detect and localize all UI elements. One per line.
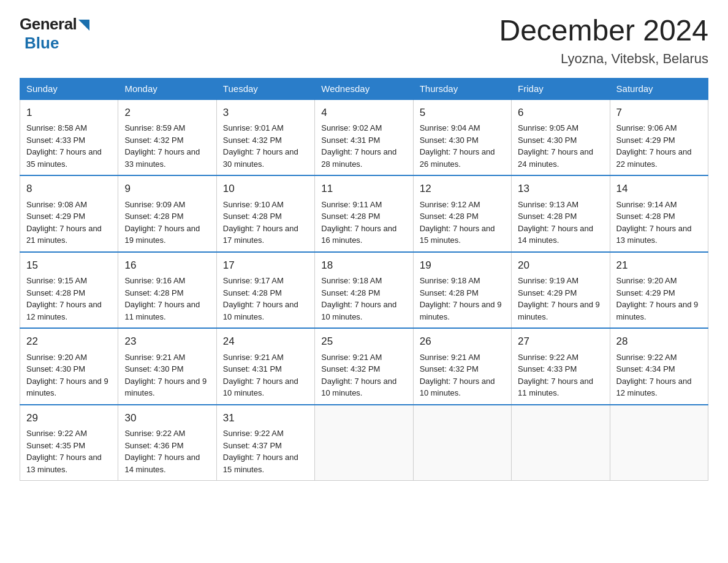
day-sun-info: Sunrise: 9:16 AMSunset: 4:28 PMDaylight:… <box>124 276 200 321</box>
col-header-thursday: Thursday <box>413 78 511 99</box>
day-sun-info: Sunrise: 9:09 AMSunset: 4:28 PMDaylight:… <box>124 200 200 245</box>
calendar-cell: 26Sunrise: 9:21 AMSunset: 4:32 PMDayligh… <box>413 328 511 405</box>
calendar-cell <box>315 405 413 481</box>
logo: General Blue <box>20 15 89 53</box>
calendar-cell: 9Sunrise: 9:09 AMSunset: 4:28 PMDaylight… <box>118 175 216 252</box>
calendar-cell: 16Sunrise: 9:16 AMSunset: 4:28 PMDayligh… <box>118 252 216 329</box>
day-sun-info: Sunrise: 9:21 AMSunset: 4:31 PMDaylight:… <box>223 353 298 398</box>
calendar-cell: 17Sunrise: 9:17 AMSunset: 4:28 PMDayligh… <box>216 252 314 329</box>
day-number: 4 <box>321 105 406 121</box>
day-number: 27 <box>518 334 603 350</box>
day-number: 24 <box>223 334 308 350</box>
svg-marker-0 <box>78 20 89 31</box>
day-number: 28 <box>616 334 702 350</box>
day-number: 17 <box>223 258 308 274</box>
day-sun-info: Sunrise: 8:59 AMSunset: 4:32 PMDaylight:… <box>124 123 200 169</box>
day-number: 26 <box>420 334 505 350</box>
calendar-cell: 18Sunrise: 9:18 AMSunset: 4:28 PMDayligh… <box>315 252 413 329</box>
calendar-cell: 8Sunrise: 9:08 AMSunset: 4:29 PMDaylight… <box>20 175 118 252</box>
calendar-cell: 25Sunrise: 9:21 AMSunset: 4:32 PMDayligh… <box>315 328 413 405</box>
day-number: 3 <box>223 105 308 121</box>
day-sun-info: Sunrise: 9:14 AMSunset: 4:28 PMDaylight:… <box>616 200 692 245</box>
calendar-week-row: 15Sunrise: 9:15 AMSunset: 4:28 PMDayligh… <box>20 252 708 329</box>
day-number: 8 <box>26 181 112 197</box>
calendar-cell: 12Sunrise: 9:12 AMSunset: 4:28 PMDayligh… <box>413 175 511 252</box>
day-sun-info: Sunrise: 9:20 AMSunset: 4:29 PMDaylight:… <box>616 276 699 321</box>
calendar-cell: 23Sunrise: 9:21 AMSunset: 4:30 PMDayligh… <box>118 328 216 405</box>
day-number: 20 <box>518 258 603 274</box>
calendar-cell: 5Sunrise: 9:04 AMSunset: 4:30 PMDaylight… <box>413 99 511 176</box>
day-number: 15 <box>26 258 112 274</box>
calendar-cell: 1Sunrise: 8:58 AMSunset: 4:33 PMDaylight… <box>20 99 118 176</box>
day-sun-info: Sunrise: 9:21 AMSunset: 4:32 PMDaylight:… <box>420 353 495 398</box>
calendar-cell: 19Sunrise: 9:18 AMSunset: 4:28 PMDayligh… <box>413 252 511 329</box>
day-sun-info: Sunrise: 9:17 AMSunset: 4:28 PMDaylight:… <box>223 276 298 321</box>
day-sun-info: Sunrise: 8:58 AMSunset: 4:33 PMDaylight:… <box>26 123 102 169</box>
day-number: 19 <box>420 258 505 274</box>
calendar-cell: 29Sunrise: 9:22 AMSunset: 4:35 PMDayligh… <box>20 405 118 481</box>
col-header-sunday: Sunday <box>20 78 118 99</box>
calendar-cell: 21Sunrise: 9:20 AMSunset: 4:29 PMDayligh… <box>610 252 708 329</box>
day-sun-info: Sunrise: 9:22 AMSunset: 4:37 PMDaylight:… <box>223 429 298 474</box>
day-sun-info: Sunrise: 9:18 AMSunset: 4:28 PMDaylight:… <box>420 276 502 321</box>
day-number: 25 <box>321 334 406 350</box>
day-number: 1 <box>26 105 112 121</box>
calendar-cell: 31Sunrise: 9:22 AMSunset: 4:37 PMDayligh… <box>216 405 314 481</box>
day-sun-info: Sunrise: 9:18 AMSunset: 4:28 PMDaylight:… <box>321 276 396 321</box>
day-number: 11 <box>321 181 406 197</box>
col-header-saturday: Saturday <box>610 78 708 99</box>
calendar-cell: 10Sunrise: 9:10 AMSunset: 4:28 PMDayligh… <box>216 175 314 252</box>
calendar-cell: 22Sunrise: 9:20 AMSunset: 4:30 PMDayligh… <box>20 328 118 405</box>
day-number: 18 <box>321 258 406 274</box>
day-sun-info: Sunrise: 9:12 AMSunset: 4:28 PMDaylight:… <box>420 200 495 245</box>
day-sun-info: Sunrise: 9:20 AMSunset: 4:30 PMDaylight:… <box>26 353 108 398</box>
day-number: 16 <box>124 258 210 274</box>
day-number: 10 <box>223 181 308 197</box>
calendar-cell: 11Sunrise: 9:11 AMSunset: 4:28 PMDayligh… <box>315 175 413 252</box>
day-sun-info: Sunrise: 9:06 AMSunset: 4:29 PMDaylight:… <box>616 123 692 169</box>
day-sun-info: Sunrise: 9:21 AMSunset: 4:32 PMDaylight:… <box>321 353 396 398</box>
day-sun-info: Sunrise: 9:13 AMSunset: 4:28 PMDaylight:… <box>518 200 593 245</box>
day-sun-info: Sunrise: 9:04 AMSunset: 4:30 PMDaylight:… <box>420 123 495 169</box>
day-sun-info: Sunrise: 9:15 AMSunset: 4:28 PMDaylight:… <box>26 276 102 321</box>
calendar-table: SundayMondayTuesdayWednesdayThursdayFrid… <box>20 78 708 481</box>
calendar-cell: 3Sunrise: 9:01 AMSunset: 4:32 PMDaylight… <box>216 99 314 176</box>
calendar-week-row: 29Sunrise: 9:22 AMSunset: 4:35 PMDayligh… <box>20 405 708 481</box>
day-number: 9 <box>124 181 210 197</box>
month-year-title: December 2024 <box>499 15 708 47</box>
location-subtitle: Lyozna, Vitebsk, Belarus <box>499 51 708 67</box>
calendar-week-row: 8Sunrise: 9:08 AMSunset: 4:29 PMDaylight… <box>20 175 708 252</box>
calendar-cell: 2Sunrise: 8:59 AMSunset: 4:32 PMDaylight… <box>118 99 216 176</box>
calendar-cell: 15Sunrise: 9:15 AMSunset: 4:28 PMDayligh… <box>20 252 118 329</box>
day-number: 22 <box>26 334 112 350</box>
day-number: 7 <box>616 105 702 121</box>
col-header-friday: Friday <box>512 78 610 99</box>
col-header-monday: Monday <box>118 78 216 99</box>
calendar-cell: 27Sunrise: 9:22 AMSunset: 4:33 PMDayligh… <box>512 328 610 405</box>
calendar-cell: 7Sunrise: 9:06 AMSunset: 4:29 PMDaylight… <box>610 99 708 176</box>
day-number: 2 <box>124 105 210 121</box>
calendar-header-row: SundayMondayTuesdayWednesdayThursdayFrid… <box>20 78 708 99</box>
col-header-wednesday: Wednesday <box>315 78 413 99</box>
day-sun-info: Sunrise: 9:05 AMSunset: 4:30 PMDaylight:… <box>518 123 593 169</box>
day-number: 13 <box>518 181 603 197</box>
day-sun-info: Sunrise: 9:19 AMSunset: 4:29 PMDaylight:… <box>518 276 600 321</box>
calendar-cell: 20Sunrise: 9:19 AMSunset: 4:29 PMDayligh… <box>512 252 610 329</box>
col-header-tuesday: Tuesday <box>216 78 314 99</box>
calendar-cell: 28Sunrise: 9:22 AMSunset: 4:34 PMDayligh… <box>610 328 708 405</box>
calendar-cell: 4Sunrise: 9:02 AMSunset: 4:31 PMDaylight… <box>315 99 413 176</box>
day-sun-info: Sunrise: 9:22 AMSunset: 4:36 PMDaylight:… <box>124 429 200 474</box>
calendar-cell <box>610 405 708 481</box>
day-number: 6 <box>518 105 603 121</box>
calendar-week-row: 1Sunrise: 8:58 AMSunset: 4:33 PMDaylight… <box>20 99 708 176</box>
logo-general-text: General <box>20 15 77 34</box>
calendar-week-row: 22Sunrise: 9:20 AMSunset: 4:30 PMDayligh… <box>20 328 708 405</box>
calendar-cell: 30Sunrise: 9:22 AMSunset: 4:36 PMDayligh… <box>118 405 216 481</box>
day-number: 31 <box>223 410 308 426</box>
title-block: December 2024 Lyozna, Vitebsk, Belarus <box>499 15 708 67</box>
calendar-cell: 14Sunrise: 9:14 AMSunset: 4:28 PMDayligh… <box>610 175 708 252</box>
day-sun-info: Sunrise: 9:22 AMSunset: 4:35 PMDaylight:… <box>26 429 102 474</box>
day-number: 21 <box>616 258 702 274</box>
day-sun-info: Sunrise: 9:21 AMSunset: 4:30 PMDaylight:… <box>124 353 207 398</box>
day-number: 30 <box>124 410 210 426</box>
